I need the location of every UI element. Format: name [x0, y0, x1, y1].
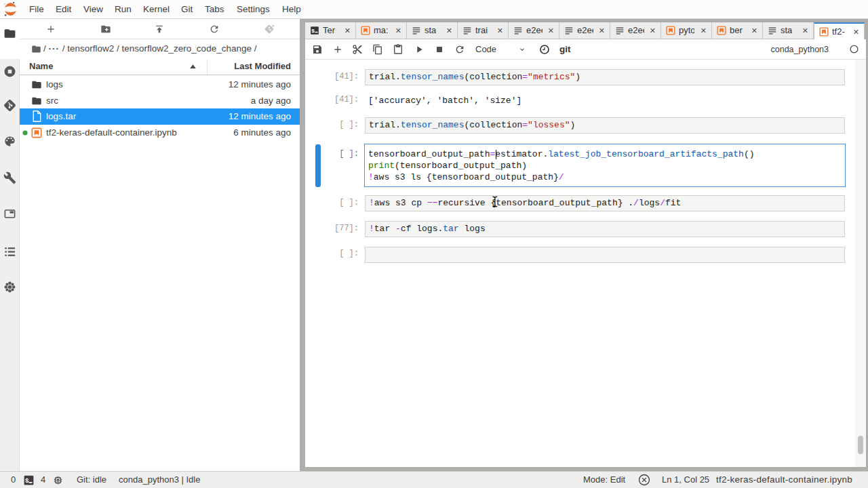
svg-text:$: $: [311, 28, 315, 34]
svg-text:$: $: [25, 476, 29, 484]
